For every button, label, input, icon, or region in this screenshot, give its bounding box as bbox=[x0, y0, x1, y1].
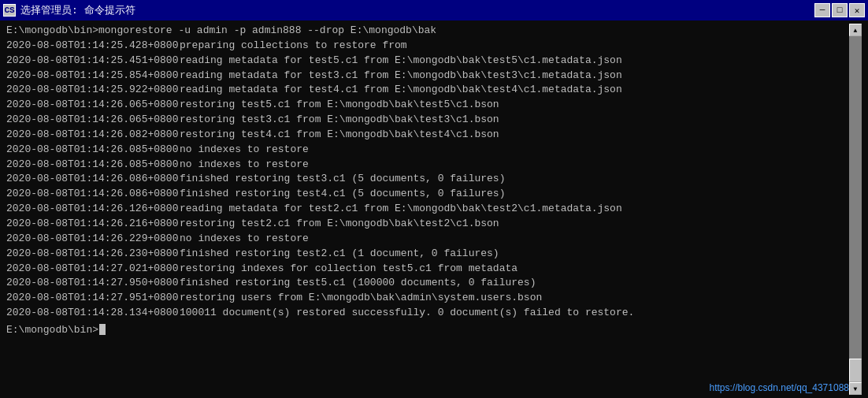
terminal-window: E:\mongodb\bin>mongorestore -u admin -p … bbox=[0, 20, 868, 398]
log-line: 2020-08-08T01:14:27.021+0800 restoring i… bbox=[6, 262, 849, 277]
log-timestamp: 2020-08-08T01:14:27.950+0800 bbox=[6, 276, 180, 291]
log-timestamp: 2020-08-08T01:14:26.085+0800 bbox=[6, 143, 180, 158]
log-line: 2020-08-08T01:14:26.065+0800 restoring t… bbox=[6, 113, 849, 128]
log-timestamp: 2020-08-08T01:14:26.086+0800 bbox=[6, 187, 180, 202]
log-message: finished restoring test2.c1 (1 document,… bbox=[180, 247, 499, 262]
scroll-down-arrow[interactable]: ▼ bbox=[849, 382, 862, 395]
log-timestamp: 2020-08-08T01:14:27.951+0800 bbox=[6, 291, 180, 306]
log-line: 2020-08-08T01:14:26.082+0800 restoring t… bbox=[6, 128, 849, 143]
log-line: 2020-08-08T01:14:25.922+0800 reading met… bbox=[6, 83, 849, 98]
window-controls: ─ □ ✕ bbox=[814, 3, 865, 17]
log-line: 2020-08-08T01:14:28.134+0800 100011 docu… bbox=[6, 306, 849, 321]
log-message: no indexes to restore bbox=[180, 158, 309, 173]
log-message: preparing collections to restore from bbox=[180, 39, 407, 54]
app-icon: CS bbox=[3, 4, 16, 17]
log-timestamp: 2020-08-08T01:14:25.428+0800 bbox=[6, 39, 180, 54]
log-timestamp: 2020-08-08T01:14:26.085+0800 bbox=[6, 158, 180, 173]
log-timestamp: 2020-08-08T01:14:26.065+0800 bbox=[6, 113, 180, 128]
cursor bbox=[99, 324, 106, 335]
log-line: 2020-08-08T01:14:26.086+0800 finished re… bbox=[6, 187, 849, 202]
log-line: 2020-08-08T01:14:26.229+0800 no indexes … bbox=[6, 232, 849, 247]
log-line: 2020-08-08T01:14:26.085+0800 no indexes … bbox=[6, 143, 849, 158]
watermark: https://blog.csdn.net/qq_4371088 bbox=[710, 382, 849, 393]
command-text: E:\mongodb\bin>mongorestore -u admin -p … bbox=[6, 24, 436, 36]
log-message: restoring test5.c1 from E:\mongodb\bak\t… bbox=[180, 98, 499, 113]
scrollbar[interactable]: ▲ ▼ bbox=[849, 24, 862, 395]
log-message: finished restoring test4.c1 (5 documents… bbox=[180, 187, 505, 202]
log-message: reading metadata for test3.c1 from E:\mo… bbox=[180, 69, 622, 84]
log-message: finished restoring test5.c1 (100000 docu… bbox=[180, 276, 536, 291]
prompt-line: E:\mongodb\bin> bbox=[6, 324, 849, 336]
log-line: 2020-08-08T01:14:26.086+0800 finished re… bbox=[6, 172, 849, 187]
scroll-up-arrow[interactable]: ▲ bbox=[849, 24, 862, 36]
log-message: restoring indexes for collection test5.c… bbox=[180, 262, 517, 277]
scroll-thumb[interactable] bbox=[849, 359, 862, 382]
log-message: reading metadata for test5.c1 from E:\mo… bbox=[180, 54, 622, 69]
log-line: 2020-08-08T01:14:26.126+0800 reading met… bbox=[6, 202, 849, 217]
close-button[interactable]: ✕ bbox=[849, 3, 865, 17]
log-timestamp: 2020-08-08T01:14:26.216+0800 bbox=[6, 217, 180, 232]
log-line: 2020-08-08T01:14:25.854+0800 reading met… bbox=[6, 69, 849, 84]
log-timestamp: 2020-08-08T01:14:26.229+0800 bbox=[6, 232, 180, 247]
log-timestamp: 2020-08-08T01:14:28.134+0800 bbox=[6, 306, 180, 321]
log-line: 2020-08-08T01:14:25.428+0800 preparing c… bbox=[6, 39, 849, 54]
log-message: restoring test2.c1 from E:\mongodb\bak\t… bbox=[180, 217, 499, 232]
log-message: restoring test4.c1 from E:\mongodb\bak\t… bbox=[180, 128, 499, 143]
log-line: 2020-08-08T01:14:26.230+0800 finished re… bbox=[6, 247, 849, 262]
log-message: restoring users from E:\mongodb\bak\admi… bbox=[180, 291, 542, 306]
log-message: finished restoring test3.c1 (5 documents… bbox=[180, 172, 505, 187]
log-message: restoring test3.c1 from E:\mongodb\bak\t… bbox=[180, 113, 499, 128]
log-timestamp: 2020-08-08T01:14:27.021+0800 bbox=[6, 262, 180, 277]
log-output: 2020-08-08T01:14:25.428+0800 preparing c… bbox=[6, 39, 849, 321]
prompt-text: E:\mongodb\bin> bbox=[6, 324, 98, 336]
title-bar: CS 选择管理员: 命令提示符 ─ □ ✕ bbox=[0, 0, 868, 20]
log-line: 2020-08-08T01:14:26.065+0800 restoring t… bbox=[6, 98, 849, 113]
log-timestamp: 2020-08-08T01:14:25.854+0800 bbox=[6, 69, 180, 84]
title-bar-left: CS 选择管理员: 命令提示符 bbox=[3, 3, 135, 17]
log-line: 2020-08-08T01:14:26.085+0800 no indexes … bbox=[6, 158, 849, 173]
scroll-track[interactable] bbox=[849, 36, 862, 382]
log-line: 2020-08-08T01:14:25.451+0800 reading met… bbox=[6, 54, 849, 69]
log-line: 2020-08-08T01:14:26.216+0800 restoring t… bbox=[6, 217, 849, 232]
log-message: no indexes to restore bbox=[180, 232, 309, 247]
command-line: E:\mongodb\bin>mongorestore -u admin -p … bbox=[6, 24, 849, 39]
title-bar-title: 选择管理员: 命令提示符 bbox=[20, 3, 135, 17]
log-timestamp: 2020-08-08T01:14:26.230+0800 bbox=[6, 247, 180, 262]
terminal-content: E:\mongodb\bin>mongorestore -u admin -p … bbox=[6, 24, 849, 395]
log-message: reading metadata for test2.c1 from E:\mo… bbox=[180, 202, 622, 217]
minimize-button[interactable]: ─ bbox=[814, 3, 830, 17]
log-line: 2020-08-08T01:14:27.950+0800 finished re… bbox=[6, 276, 849, 291]
log-timestamp: 2020-08-08T01:14:26.086+0800 bbox=[6, 172, 180, 187]
log-timestamp: 2020-08-08T01:14:26.082+0800 bbox=[6, 128, 180, 143]
log-timestamp: 2020-08-08T01:14:25.922+0800 bbox=[6, 83, 180, 98]
log-timestamp: 2020-08-08T01:14:26.065+0800 bbox=[6, 98, 180, 113]
log-line: 2020-08-08T01:14:27.951+0800 restoring u… bbox=[6, 291, 849, 306]
log-message: no indexes to restore bbox=[180, 143, 309, 158]
log-message: 100011 document(s) restored successfully… bbox=[180, 306, 634, 321]
log-timestamp: 2020-08-08T01:14:26.126+0800 bbox=[6, 202, 180, 217]
log-message: reading metadata for test4.c1 from E:\mo… bbox=[180, 83, 622, 98]
log-timestamp: 2020-08-08T01:14:25.451+0800 bbox=[6, 54, 180, 69]
restore-button[interactable]: □ bbox=[832, 3, 848, 17]
